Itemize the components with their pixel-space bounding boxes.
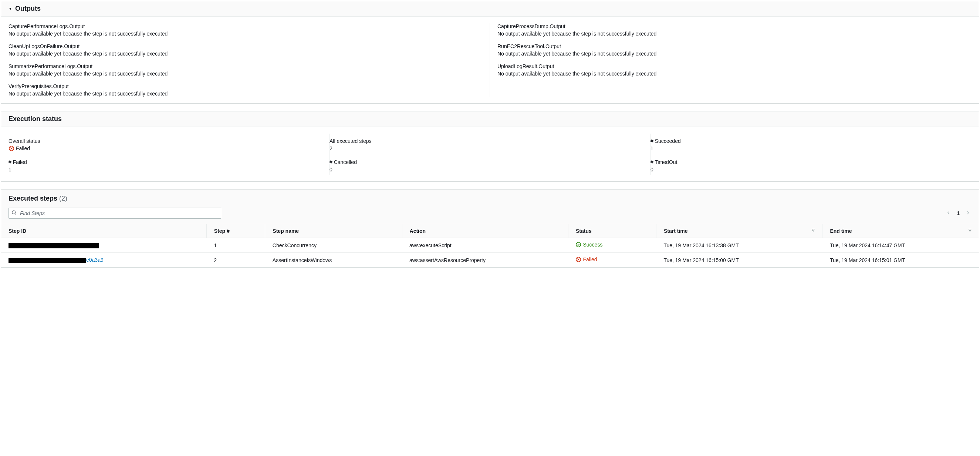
succeeded-value: 1: [651, 145, 964, 151]
status-badge: Failed: [576, 257, 597, 262]
output-value: No output available yet because the step…: [497, 51, 972, 57]
output-name: CaptureProcessDump.Output: [497, 23, 972, 29]
succeeded-label: # Succeeded: [651, 138, 964, 144]
outputs-header[interactable]: ▼ Outputs: [1, 1, 979, 17]
action-cell: aws:assertAwsResourceProperty: [402, 253, 568, 268]
output-value: No output available yet because the step…: [8, 91, 482, 97]
step-name-cell: CheckConcurrency: [265, 238, 402, 253]
search-input[interactable]: [8, 208, 221, 219]
overall-status-label: Overall status: [8, 138, 322, 144]
output-value: No output available yet because the step…: [8, 31, 482, 37]
step-num-cell: 1: [206, 238, 265, 253]
sort-icon: ▽: [812, 228, 815, 232]
outputs-panel: ▼ Outputs CapturePerformanceLogs.Output …: [1, 1, 979, 104]
svg-point-3: [12, 210, 16, 214]
cancelled-value: 0: [329, 167, 643, 172]
output-value: No output available yet because the step…: [497, 71, 972, 77]
col-action[interactable]: Action: [402, 224, 568, 238]
all-executed-label: All executed steps: [329, 138, 643, 144]
execution-status-header: Execution status: [1, 112, 979, 127]
execution-status-title: Execution status: [8, 115, 62, 123]
succeeded-cell: # Succeeded 1: [651, 134, 972, 155]
redacted-text: [8, 243, 99, 248]
outputs-left-col: CapturePerformanceLogs.Output No output …: [8, 23, 490, 97]
executed-steps-count: (2): [59, 195, 67, 202]
overall-status-value: Failed: [8, 145, 30, 151]
output-name: CleanUpLogsOnFailure.Output: [8, 43, 482, 49]
caret-down-icon: ▼: [8, 7, 12, 11]
next-page-button[interactable]: [964, 209, 972, 218]
failed-label: # Failed: [8, 159, 322, 165]
steps-table: Step ID Step # Step name Action Status S…: [1, 224, 979, 267]
status-badge: Success: [576, 242, 603, 248]
prev-page-button[interactable]: [945, 209, 952, 218]
start-time-cell: Tue, 19 Mar 2024 16:13:38 GMT: [656, 238, 822, 253]
step-id-cell[interactable]: [1, 238, 206, 253]
output-name: SummarizePerformanceLogs.Output: [8, 63, 482, 69]
sort-icon: ▽: [969, 228, 972, 232]
execution-status-panel: Execution status Overall status Failed A…: [1, 111, 979, 182]
output-name: CapturePerformanceLogs.Output: [8, 23, 482, 29]
col-end-time[interactable]: End time▽: [822, 224, 979, 238]
col-step-name[interactable]: Step name: [265, 224, 402, 238]
output-value: No output available yet because the step…: [8, 51, 482, 57]
output-value: No output available yet because the step…: [497, 31, 972, 37]
pagination: 1: [945, 209, 972, 218]
timedout-value: 0: [651, 167, 964, 172]
col-status[interactable]: Status: [568, 224, 656, 238]
overall-status-cell: Overall status Failed: [8, 134, 329, 155]
cancelled-label: # Cancelled: [329, 159, 643, 165]
col-start-time[interactable]: Start time▽: [656, 224, 822, 238]
current-page: 1: [957, 210, 960, 216]
redacted-text: [8, 258, 86, 263]
status-cell: Success: [568, 238, 656, 253]
svg-point-5: [576, 242, 581, 247]
output-name: UploadLogResult.Output: [497, 63, 972, 69]
status-cell: Failed: [568, 253, 656, 268]
timedout-cell: # TimedOut 0: [651, 155, 972, 175]
all-executed-cell: All executed steps 2: [329, 134, 651, 155]
svg-line-4: [15, 214, 16, 215]
output-name: RunEC2RescueTool.Output: [497, 43, 972, 49]
step-id-cell[interactable]: e0a3a9: [1, 253, 206, 268]
timedout-label: # TimedOut: [651, 159, 964, 165]
outputs-title: Outputs: [15, 5, 41, 13]
executed-steps-panel: Executed steps (2) 1 Step ID Step # Ste: [1, 189, 979, 268]
output-name: VerifyPrerequisites.Output: [8, 83, 482, 89]
col-step-num[interactable]: Step #: [206, 224, 265, 238]
output-value: No output available yet because the step…: [8, 71, 482, 77]
end-time-cell: Tue, 19 Mar 2024 16:15:01 GMT: [822, 253, 979, 268]
step-id-link-fragment: e0a3a9: [86, 257, 103, 263]
error-icon: [8, 145, 14, 151]
table-row: e0a3a9 2 AssertInstanceIsWindows aws:ass…: [1, 253, 979, 268]
success-icon: [576, 242, 581, 248]
failed-value: 1: [8, 167, 322, 172]
end-time-cell: Tue, 19 Mar 2024 16:14:47 GMT: [822, 238, 979, 253]
failed-cell: # Failed 1: [8, 155, 329, 175]
error-icon: [576, 257, 581, 262]
executed-steps-header: Executed steps (2): [1, 190, 979, 208]
executed-steps-title: Executed steps: [8, 195, 57, 202]
step-name-cell: AssertInstanceIsWindows: [265, 253, 402, 268]
step-num-cell: 2: [206, 253, 265, 268]
all-executed-value: 2: [329, 145, 643, 151]
col-step-id[interactable]: Step ID: [1, 224, 206, 238]
table-row: 1 CheckConcurrency aws:executeScript Suc…: [1, 238, 979, 253]
search-icon: [11, 210, 17, 217]
outputs-right-col: CaptureProcessDump.Output No output avai…: [490, 23, 972, 97]
action-cell: aws:executeScript: [402, 238, 568, 253]
start-time-cell: Tue, 19 Mar 2024 16:15:00 GMT: [656, 253, 822, 268]
search-wrap: [8, 208, 221, 219]
cancelled-cell: # Cancelled 0: [329, 155, 651, 175]
